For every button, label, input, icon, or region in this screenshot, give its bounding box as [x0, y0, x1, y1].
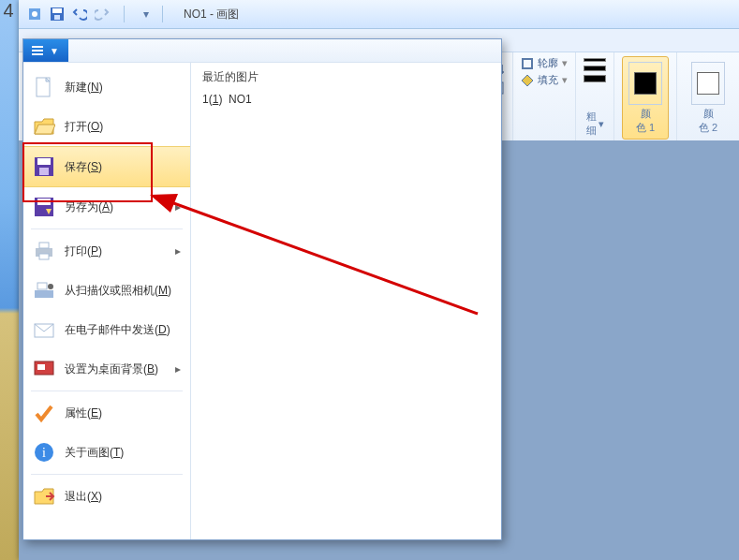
fill-button[interactable]: 填充 ▾ — [521, 73, 568, 87]
file-menu-popup: ▼ 新建(N) 打开(O) 保存(S) 另存为(A) — [22, 38, 502, 540]
file-menu-scanner[interactable]: 从扫描仪或照相机(M) — [23, 271, 190, 310]
ribbon-group-shapes: 轮廓 ▾ 填充 ▾ — [513, 52, 576, 141]
svg-rect-21 — [37, 283, 47, 289]
email-icon — [33, 318, 55, 341]
submenu-indicator-icon: ▸ — [175, 244, 181, 258]
file-menu-scanner-label: 从扫描仪或照相机(M) — [65, 283, 171, 299]
ribbon-group-color1: 颜 色 1 — [614, 52, 677, 141]
info-icon: i — [33, 441, 55, 464]
new-doc-icon — [33, 76, 55, 98]
file-menu-desktop-label: 设置为桌面背景(B) — [65, 361, 158, 377]
svg-rect-8 — [32, 46, 43, 48]
file-menu-arrow-icon: ▼ — [50, 46, 59, 56]
svg-text:i: i — [42, 446, 46, 460]
file-menu-open-label: 打开(O) — [65, 119, 103, 135]
svg-rect-20 — [35, 290, 53, 298]
file-menu-open[interactable]: 打开(O) — [23, 107, 190, 146]
popup-head: ▼ — [23, 39, 501, 63]
svg-point-1 — [32, 11, 37, 17]
file-menu-about[interactable]: i 关于画图(T) — [23, 433, 190, 472]
color1-button[interactable]: 颜 色 1 — [622, 56, 669, 140]
submenu-indicator-icon: ▸ — [175, 200, 181, 214]
file-menu-about-label: 关于画图(T) — [65, 445, 124, 461]
ribbon-group-color2: 颜 色 2 — [677, 52, 739, 141]
file-menu-print[interactable]: 打印(P) ▸ — [23, 231, 190, 271]
svg-rect-9 — [32, 50, 43, 52]
svg-rect-4 — [54, 15, 60, 20]
stroke-preview[interactable] — [584, 58, 606, 82]
svg-rect-10 — [32, 53, 43, 55]
svg-point-22 — [48, 284, 53, 289]
titlebar: ▾ NO1 - 画图 — [19, 0, 739, 29]
svg-rect-7 — [523, 59, 532, 68]
svg-rect-19 — [39, 254, 49, 259]
svg-rect-18 — [39, 243, 49, 248]
file-menu-new-label: 新建(N) — [65, 80, 103, 96]
qat-save-icon[interactable] — [49, 6, 66, 22]
desktop-bg-icon — [33, 358, 55, 380]
check-icon — [33, 402, 55, 424]
outline-button[interactable]: 轮廓 ▾ — [521, 56, 568, 70]
window-title: NO1 - 画图 — [184, 7, 239, 22]
file-menu-email-label: 在电子邮件中发送(D) — [65, 322, 170, 338]
qat-customize-icon[interactable]: ▾ — [138, 6, 155, 22]
file-menu-button[interactable]: ▼ — [23, 39, 68, 62]
recent-item[interactable]: 1(1) NO1 — [202, 93, 490, 106]
quick-access-toolbar: ▾ — [26, 6, 155, 22]
file-menu-new[interactable]: 新建(N) — [23, 67, 190, 107]
recent-panel: 最近的图片 1(1) NO1 — [191, 62, 501, 539]
file-menu-email[interactable]: 在电子邮件中发送(D) — [23, 310, 190, 349]
scanner-icon — [33, 279, 55, 302]
qat-redo-icon[interactable] — [94, 6, 111, 22]
file-menu-exit-label: 退出(X) — [65, 489, 102, 505]
app-icon — [26, 6, 43, 22]
left-badge: 4 — [0, 0, 17, 22]
file-menu-exit[interactable]: 退出(X) — [23, 477, 190, 516]
open-folder-icon — [33, 115, 55, 138]
menu-separator — [31, 474, 183, 475]
qat-separator — [124, 6, 125, 22]
title-separator — [162, 6, 163, 22]
color2-button[interactable]: 颜 色 2 — [685, 56, 732, 140]
file-menu-desktop[interactable]: 设置为桌面背景(B) ▸ — [23, 349, 190, 389]
file-menu-print-label: 打印(P) — [65, 243, 102, 259]
stroke-label: 粗 细▾ — [586, 110, 604, 140]
svg-rect-25 — [37, 364, 45, 370]
menu-separator — [31, 391, 183, 391]
file-menu-properties-label: 属性(E) — [65, 405, 102, 421]
recent-header: 最近的图片 — [202, 69, 490, 85]
file-menu-properties[interactable]: 属性(E) — [23, 393, 190, 433]
ribbon-group-stroke: 粗 细▾ — [576, 52, 614, 141]
printer-icon — [33, 240, 55, 262]
qat-undo-icon[interactable] — [71, 6, 88, 22]
exit-icon — [33, 485, 55, 508]
svg-rect-3 — [52, 8, 62, 13]
menu-separator — [31, 228, 183, 229]
annotation-red-box — [22, 142, 153, 202]
file-menu-list: 新建(N) 打开(O) 保存(S) 另存为(A) ▸ — [23, 62, 191, 539]
submenu-indicator-icon: ▸ — [175, 362, 181, 376]
